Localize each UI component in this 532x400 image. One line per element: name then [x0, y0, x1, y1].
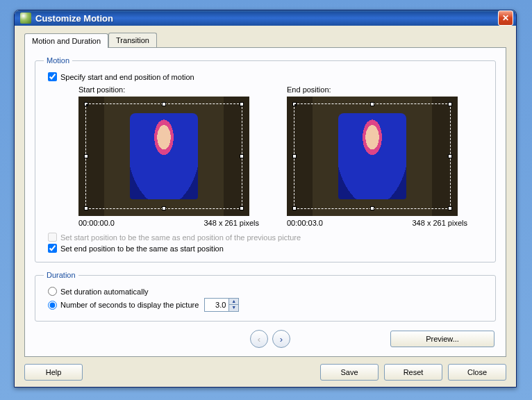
spinner-down-icon[interactable]: ▼: [228, 305, 238, 311]
close-icon[interactable]: ✕: [498, 10, 513, 26]
chevron-left-icon: ‹: [258, 334, 260, 344]
reset-button[interactable]: Reset: [384, 364, 442, 381]
preview-button[interactable]: Preview...: [390, 331, 494, 347]
end-dimensions: 348 x 261 pixels: [413, 219, 468, 227]
end-thumbnail[interactable]: [287, 97, 458, 216]
end-time: 00:00:03.0: [287, 219, 323, 227]
help-button[interactable]: Help: [24, 364, 83, 381]
chevron-right-icon: ›: [280, 334, 283, 344]
duration-auto-radio[interactable]: Set duration automatically: [44, 287, 487, 296]
save-button[interactable]: Save: [320, 364, 379, 381]
start-position-col: Start position: 00:00:00.0 348 x 261: [78, 85, 259, 227]
set-end-same-checkbox[interactable]: Set end position to be the same as start…: [44, 244, 487, 253]
app-icon: [20, 12, 31, 24]
seconds-field[interactable]: [205, 301, 228, 309]
start-position-label: Start position:: [78, 85, 259, 94]
tab-bar: Motion and Duration Transition: [24, 33, 506, 47]
titlebar: Customize Motion ✕: [15, 10, 516, 26]
spinner-up-icon[interactable]: ▲: [228, 299, 238, 305]
duration-seconds-label: Number of seconds to display the picture: [60, 301, 199, 309]
motion-legend: Motion: [44, 56, 72, 65]
duration-seconds-radio[interactable]: Number of seconds to display the picture: [48, 301, 199, 310]
close-button[interactable]: Close: [448, 364, 506, 381]
duration-seconds-input[interactable]: [48, 301, 57, 310]
next-button[interactable]: ›: [272, 330, 290, 348]
tab-transition[interactable]: Transition: [108, 33, 157, 47]
duration-auto-input[interactable]: [48, 287, 57, 296]
start-time: 00:00:00.0: [78, 219, 115, 227]
end-position-col: End position: 00:00:03.0 348 x 261 pi: [287, 85, 467, 227]
tab-motion-duration[interactable]: Motion and Duration: [24, 33, 108, 48]
duration-auto-label: Set duration automatically: [60, 288, 149, 296]
window-title: Customize Motion: [35, 13, 498, 24]
specify-motion-input[interactable]: [48, 72, 57, 81]
dialog-window: Customize Motion ✕ Motion and Duration T…: [14, 10, 517, 388]
set-start-same-label: Set start position to be the same as end…: [60, 233, 301, 242]
start-thumbnail[interactable]: [78, 97, 249, 216]
prev-button[interactable]: ‹: [250, 330, 268, 348]
seconds-spinner[interactable]: ▲ ▼: [204, 298, 239, 312]
duration-legend: Duration: [44, 271, 78, 279]
start-dimensions: 348 x 261 pixels: [204, 219, 260, 227]
specify-motion-checkbox[interactable]: Specify start and end position of motion: [44, 72, 487, 81]
specify-motion-label: Specify start and end position of motion: [60, 73, 194, 81]
set-end-same-input[interactable]: [48, 244, 57, 253]
end-position-label: End position:: [287, 85, 467, 94]
set-start-same-input: [48, 233, 57, 242]
tab-content: Motion Specify start and end position of…: [24, 47, 506, 357]
duration-group: Duration Set duration automatically Numb…: [35, 271, 496, 322]
set-end-same-label: Set end position to be the same as start…: [60, 244, 224, 253]
motion-group: Motion Specify start and end position of…: [35, 56, 496, 262]
set-start-same-checkbox: Set start position to be the same as end…: [44, 233, 487, 242]
